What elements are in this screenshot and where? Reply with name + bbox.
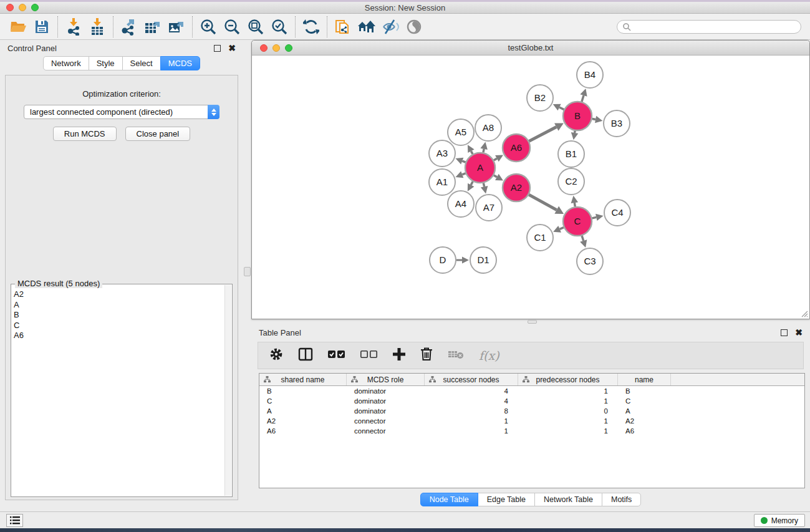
node-A3[interactable]: A3 — [429, 140, 455, 167]
float-table-panel-icon[interactable] — [781, 329, 788, 336]
node-A6[interactable]: A6 — [503, 134, 530, 162]
node-A5[interactable]: A5 — [448, 119, 474, 145]
node-A[interactable]: A — [465, 153, 495, 183]
edge-C-C2[interactable] — [574, 203, 575, 206]
node-A1[interactable]: A1 — [429, 169, 455, 195]
table-row-A6[interactable]: A6connector11A6 — [259, 426, 804, 436]
edge-A6-B[interactable] — [529, 127, 556, 142]
node-table[interactable]: shared nameMCDS rolesuccessor nodesprede… — [259, 373, 805, 488]
run-mcds-button[interactable]: Run MCDS — [53, 127, 117, 141]
node-A8[interactable]: A8 — [475, 115, 501, 141]
edge-A-A5[interactable] — [471, 151, 473, 154]
import-network-icon[interactable] — [62, 16, 85, 37]
edge-B-B3[interactable] — [592, 118, 596, 119]
zoom-fit-icon[interactable] — [244, 16, 268, 37]
edge-B-B4[interactable] — [582, 95, 584, 102]
mcds-result-list[interactable]: A2ABCA6 — [14, 289, 224, 495]
export-table-icon[interactable] — [141, 16, 165, 37]
mcds-result-item[interactable]: B — [14, 310, 224, 321]
criterion-dropdown[interactable]: largest connected component (directed) — [24, 105, 219, 119]
node-C[interactable]: C — [563, 207, 592, 236]
node-A7[interactable]: A7 — [476, 195, 502, 221]
window-resize-grip[interactable] — [800, 309, 808, 317]
split-columns-icon[interactable] — [298, 347, 313, 364]
table-row-A[interactable]: Adominator80A — [259, 406, 804, 416]
edge-B-B1[interactable] — [575, 131, 576, 133]
node-C1[interactable]: C1 — [527, 225, 553, 251]
tab-select[interactable]: Select — [122, 56, 161, 70]
clone-network-icon[interactable] — [331, 16, 355, 37]
tab-style[interactable]: Style — [89, 56, 123, 70]
node-C4[interactable]: C4 — [604, 200, 630, 226]
home-layout-icon[interactable] — [355, 16, 378, 37]
close-table-panel-icon[interactable]: ✖ — [795, 328, 803, 337]
table-tab-network-table[interactable]: Network Table — [534, 493, 602, 506]
zoom-selected-icon[interactable] — [268, 16, 291, 37]
export-image-icon[interactable] — [165, 16, 188, 37]
edge-A-A4[interactable] — [471, 181, 473, 185]
vertical-splitter-grip[interactable] — [244, 267, 251, 276]
table-row-B[interactable]: Bdominator41B — [259, 386, 804, 396]
close-panel-button[interactable]: Close panel — [125, 127, 191, 141]
table-tab-edge-table[interactable]: Edge Table — [478, 493, 535, 506]
edge-B-B2[interactable] — [559, 107, 564, 110]
node-B3[interactable]: B3 — [604, 110, 630, 137]
edge-A-A7[interactable] — [483, 183, 484, 186]
open-file-icon[interactable] — [6, 16, 30, 37]
node-C3[interactable]: C3 — [577, 248, 603, 274]
edge-A2-C[interactable] — [529, 195, 557, 210]
edge-A-A1[interactable] — [462, 173, 465, 175]
search-input[interactable] — [631, 22, 796, 32]
node-A2[interactable]: A2 — [503, 174, 530, 201]
horizontal-splitter-grip[interactable] — [528, 320, 537, 324]
node-B[interactable]: B — [563, 102, 592, 130]
column-header-name[interactable]: name — [618, 374, 671, 385]
node-C2[interactable]: C2 — [558, 168, 584, 195]
hide-details-icon[interactable] — [378, 16, 402, 37]
column-header-successor-nodes[interactable]: successor nodes — [425, 374, 518, 385]
import-table-icon[interactable] — [85, 16, 109, 37]
mcds-result-item[interactable]: A6 — [14, 331, 224, 341]
task-history-button[interactable] — [6, 514, 23, 527]
node-A4[interactable]: A4 — [448, 191, 474, 217]
table-tab-node-table[interactable]: Node Table — [420, 493, 478, 506]
edge-A-A3[interactable] — [462, 161, 465, 162]
column-header-shared-name[interactable]: shared name — [259, 374, 347, 385]
network-window-titlebar[interactable]: testGlobe.txt — [252, 41, 809, 56]
zoom-in-icon[interactable] — [196, 16, 220, 37]
deselect-all-icon[interactable] — [360, 350, 378, 361]
edge-A-A2[interactable] — [494, 175, 497, 177]
search-field[interactable] — [617, 20, 801, 34]
select-all-icon[interactable] — [328, 350, 345, 361]
edge-A-A8[interactable] — [483, 149, 484, 153]
node-D[interactable]: D — [430, 247, 456, 273]
delete-column-icon[interactable] — [420, 347, 433, 364]
table-tab-motifs[interactable]: Motifs — [602, 493, 641, 506]
column-header-MCDS-role[interactable]: MCDS role — [347, 374, 425, 385]
close-panel-icon[interactable]: ✖ — [228, 44, 236, 52]
node-B4[interactable]: B4 — [577, 62, 603, 88]
tab-network[interactable]: Network — [43, 56, 89, 70]
edge-C-C1[interactable] — [560, 228, 564, 230]
zoom-out-icon[interactable] — [220, 16, 244, 37]
node-B1[interactable]: B1 — [558, 141, 584, 167]
mcds-list-scrollbar[interactable] — [224, 285, 231, 496]
add-column-icon[interactable] — [393, 348, 405, 363]
column-header-predecessor-nodes[interactable]: predecessor nodes — [518, 374, 618, 385]
table-row-A2[interactable]: A2connector11A2 — [259, 416, 804, 426]
memory-button[interactable]: Memory — [754, 514, 805, 527]
export-network-icon[interactable] — [117, 16, 141, 37]
mcds-result-item[interactable]: A2 — [14, 289, 224, 300]
table-row-C[interactable]: Cdominator41C — [259, 396, 804, 406]
show-details-icon[interactable] — [402, 16, 426, 37]
float-panel-icon[interactable] — [214, 45, 221, 52]
edge-C-C4[interactable] — [592, 217, 596, 218]
edge-C-C3[interactable] — [582, 236, 584, 241]
node-D1[interactable]: D1 — [470, 247, 496, 273]
edge-A-A6[interactable] — [494, 158, 497, 160]
table-settings-icon[interactable] — [269, 347, 283, 364]
refresh-icon[interactable] — [299, 16, 323, 37]
mcds-result-item[interactable]: A — [14, 300, 224, 311]
tab-mcds[interactable]: MCDS — [160, 56, 200, 70]
node-B2[interactable]: B2 — [527, 85, 553, 111]
